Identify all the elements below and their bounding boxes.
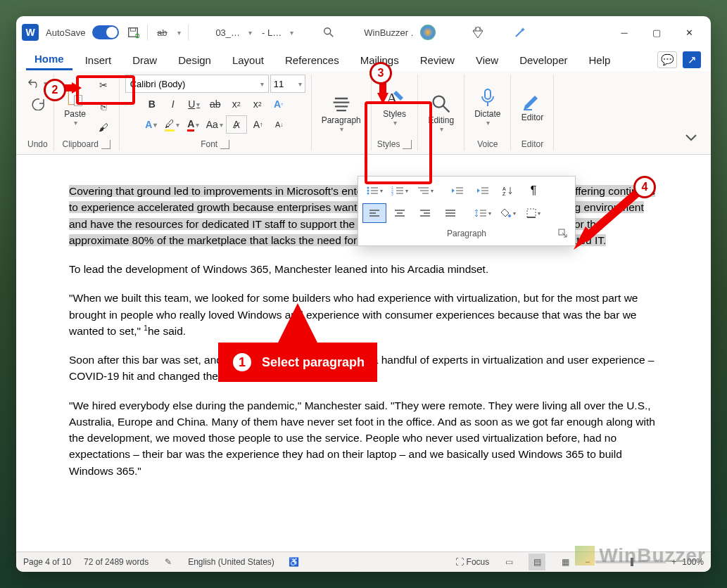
accessibility-icon[interactable]: ♿ <box>287 555 301 569</box>
svg-rect-0 <box>129 28 138 37</box>
svg-point-20 <box>367 187 369 189</box>
search-icon[interactable] <box>322 25 336 39</box>
svg-line-4 <box>516 30 523 37</box>
status-words[interactable]: 72 of 2489 words <box>84 557 148 567</box>
strike-button[interactable]: ab <box>206 96 225 113</box>
align-right-button[interactable] <box>413 203 437 223</box>
status-language[interactable]: English (United States) <box>188 557 274 567</box>
diamond-icon[interactable] <box>471 25 485 39</box>
print-layout-icon[interactable]: ▤ <box>529 554 545 570</box>
svg-point-24 <box>367 193 369 195</box>
group-editor: Editor Editor <box>511 75 554 151</box>
svg-point-16 <box>433 96 444 107</box>
italic-button[interactable]: I <box>163 96 183 113</box>
close-button[interactable]: ✕ <box>673 16 705 49</box>
borders-button[interactable]: ▾ <box>521 203 545 223</box>
group-label-editor: Editor <box>521 138 543 151</box>
annotation-badge-2: 2 <box>44 79 66 101</box>
annotation-badge-4: 4 <box>633 176 656 198</box>
svg-text:3: 3 <box>391 192 393 196</box>
align-center-button[interactable] <box>388 203 412 223</box>
bold-button[interactable]: B <box>142 96 162 113</box>
tab-design[interactable]: Design <box>170 51 220 70</box>
tab-draw[interactable]: Draw <box>124 51 165 70</box>
justify-button[interactable] <box>438 203 462 223</box>
svg-point-22 <box>367 190 369 192</box>
minimize-button[interactable]: ─ <box>608 16 640 49</box>
spellcheck-icon[interactable]: ✎ <box>161 555 175 569</box>
tab-developer[interactable]: Developer <box>511 51 576 70</box>
watermark: WinBuzzer <box>575 544 706 567</box>
read-mode-icon[interactable]: ▭ <box>502 555 516 569</box>
increase-indent-button[interactable] <box>471 181 495 200</box>
doc-suffix: - L… <box>262 27 282 38</box>
web-layout-icon[interactable]: ▦ <box>558 555 572 569</box>
paragraph-popup-label: Paragraph <box>447 229 486 238</box>
tab-review[interactable]: Review <box>412 51 463 70</box>
annotation-callout-1: 1 Select paragraph <box>218 343 377 382</box>
font-size-select[interactable]: 11▾ <box>270 75 305 93</box>
account-icon[interactable] <box>420 25 436 40</box>
grow-font-button[interactable]: A↑ <box>248 116 268 133</box>
tab-layout[interactable]: Layout <box>224 51 272 70</box>
tab-help[interactable]: Help <box>581 51 619 70</box>
font-color2-button[interactable]: A▾ <box>184 116 203 133</box>
ribbon-tabs: Home Insert Draw Design Layout Reference… <box>16 49 711 71</box>
annotation-badge-1: 1 <box>231 351 253 373</box>
subscript-button[interactable]: x2 <box>227 96 246 113</box>
maximize-button[interactable]: ▢ <box>640 16 673 49</box>
separator <box>188 25 189 40</box>
svg-line-3 <box>330 34 334 37</box>
clear-format-button[interactable]: A̷ <box>226 115 247 134</box>
redo-button[interactable] <box>27 96 47 113</box>
ribbon-collapse-button[interactable] <box>681 129 701 146</box>
editor-button[interactable]: Editor <box>517 87 548 125</box>
svg-text:A: A <box>502 186 506 191</box>
autosave-toggle[interactable] <box>92 25 119 39</box>
paragraph-5[interactable]: "We hired everybody else during the pand… <box>69 397 658 479</box>
share-button[interactable]: ↗ <box>683 51 701 68</box>
highlight-button[interactable]: 🖊▾ <box>163 116 182 133</box>
svg-rect-18 <box>485 89 491 99</box>
paragraph-popup: ▾ 123▾ ▾ AZ ¶ ▾ ▾ ▾ Paragraph <box>358 176 576 246</box>
annotation-badge-3: 3 <box>369 62 392 84</box>
group-label-font: Font <box>201 139 217 149</box>
paragraph-2[interactable]: To lead the development of Windows 365, … <box>69 261 658 277</box>
group-voice: Dictate▾ Voice <box>464 75 511 151</box>
sort-button[interactable]: AZ <box>496 181 520 200</box>
show-marks-button[interactable]: ¶ <box>521 181 545 200</box>
font-name-select[interactable]: Calibri (Body)▾ <box>125 75 269 93</box>
tab-home[interactable]: Home <box>26 49 72 70</box>
paragraph-3[interactable]: "When we built this team, we looked for … <box>69 290 658 339</box>
font-dialog-launcher[interactable] <box>220 140 229 149</box>
strikethrough-icon[interactable]: ab <box>155 25 169 39</box>
tab-references[interactable]: References <box>277 51 348 70</box>
comments-icon[interactable]: 💬 <box>657 51 677 68</box>
account-name: WinBuzzer . <box>364 27 413 38</box>
titlebar: W AutoSave ab ▾ 03_… ▾ - L… ▾ WinBuzzer … <box>16 16 711 49</box>
save-icon[interactable] <box>126 25 140 39</box>
change-case-button[interactable]: Aa▾ <box>205 116 225 133</box>
dropdown-icon[interactable]: ▾ <box>177 29 181 37</box>
text-effects-button[interactable]: A▫ <box>269 96 289 113</box>
font-color-button[interactable]: A▾ <box>141 116 161 133</box>
status-page[interactable]: Page 4 of 10 <box>23 557 71 567</box>
align-left-button[interactable] <box>362 203 386 223</box>
focus-button[interactable]: ⛶ Focus <box>455 557 489 567</box>
tab-insert[interactable]: Insert <box>77 51 120 70</box>
shrink-font-button[interactable]: A↓ <box>270 116 289 133</box>
decrease-indent-button[interactable] <box>445 181 469 200</box>
wand-icon[interactable] <box>513 25 527 39</box>
dictate-button[interactable]: Dictate▾ <box>470 84 505 129</box>
tab-view[interactable]: View <box>467 51 507 70</box>
group-font: Calibri (Body)▾ 11▾ B I U▾ ab x2 x2 A▫ A… <box>120 75 312 151</box>
format-painter-button[interactable]: 🖌 <box>94 119 113 136</box>
paragraph-button[interactable]: Paragraph▾ <box>317 90 365 136</box>
clipboard-dialog-launcher[interactable] <box>101 140 110 149</box>
shading-button[interactable]: ▾ <box>496 203 520 223</box>
line-spacing-button[interactable]: ▾ <box>471 203 495 223</box>
paragraph-dialog-launcher[interactable] <box>558 229 568 238</box>
word-app-icon: W <box>22 24 39 41</box>
superscript-button[interactable]: x2 <box>248 96 267 113</box>
underline-button[interactable]: U▾ <box>184 96 204 113</box>
